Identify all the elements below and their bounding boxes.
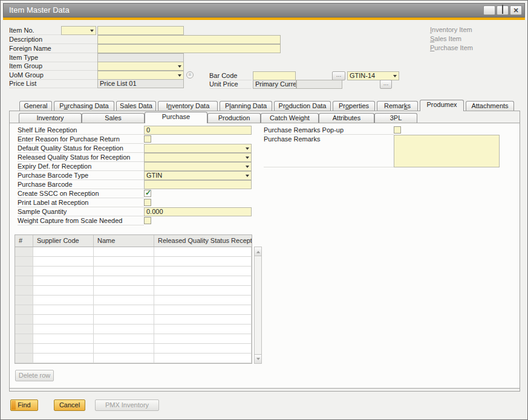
delete-row-button[interactable]: Delete row xyxy=(15,370,54,381)
name-cell[interactable] xyxy=(94,296,154,305)
quality-status-cell[interactable] xyxy=(154,325,252,334)
minimize-button[interactable] xyxy=(483,5,495,15)
enter-reason-checkbox[interactable] xyxy=(144,135,151,143)
subtab-inventory[interactable]: Inventory xyxy=(19,113,82,123)
foreign-name-input[interactable] xyxy=(97,44,281,53)
name-cell[interactable] xyxy=(94,325,154,334)
column-header-name[interactable]: Name xyxy=(94,235,154,247)
tab-attachments[interactable]: Attachments xyxy=(466,101,514,111)
description-input[interactable] xyxy=(97,35,281,44)
table-row[interactable] xyxy=(15,247,252,257)
maximize-button[interactable] xyxy=(497,5,509,15)
quality-status-cell[interactable] xyxy=(154,286,252,296)
subtab-attributes[interactable]: Attributes xyxy=(319,113,374,123)
weight-capture-checkbox[interactable] xyxy=(144,217,151,224)
name-cell[interactable] xyxy=(94,305,154,315)
remarks-popup-checkbox[interactable] xyxy=(394,126,401,134)
scroll-up-button[interactable] xyxy=(255,247,261,256)
supplier-code-cell[interactable] xyxy=(33,247,94,257)
table-row[interactable] xyxy=(15,325,252,334)
table-row[interactable] xyxy=(15,305,252,315)
cancel-button[interactable]: Cancel xyxy=(54,399,85,411)
name-cell[interactable] xyxy=(94,354,154,363)
tab-production-data[interactable]: Production Data xyxy=(274,101,331,111)
supplier-code-cell[interactable] xyxy=(33,315,94,325)
tab-general[interactable]: General xyxy=(19,101,52,111)
name-cell[interactable] xyxy=(94,267,154,276)
tab-planning-data[interactable]: Planning Data xyxy=(220,101,272,111)
supplier-code-cell[interactable] xyxy=(33,267,94,276)
item-group-combo[interactable] xyxy=(97,62,184,71)
tab-produmex[interactable]: Produmex xyxy=(420,100,464,111)
titlebar[interactable]: Item Master Data ✕ xyxy=(3,3,525,18)
quality-status-cell[interactable] xyxy=(154,354,252,363)
shelf-life-input[interactable]: 0 xyxy=(144,126,252,135)
supplier-code-cell[interactable] xyxy=(33,334,94,344)
name-cell[interactable] xyxy=(94,286,154,296)
table-scrollbar[interactable] xyxy=(254,247,262,364)
released-quality-combo[interactable] xyxy=(144,153,252,162)
table-row[interactable] xyxy=(15,354,252,363)
quality-status-cell[interactable] xyxy=(154,267,252,276)
table-row[interactable] xyxy=(15,296,252,305)
table-row[interactable] xyxy=(15,334,252,344)
close-button[interactable]: ✕ xyxy=(510,5,522,15)
scroll-down-button[interactable] xyxy=(255,354,261,363)
table-row[interactable] xyxy=(15,286,252,296)
supplier-code-cell[interactable] xyxy=(33,325,94,334)
supplier-code-cell[interactable] xyxy=(33,257,94,267)
print-label-checkbox[interactable] xyxy=(144,199,151,206)
supplier-code-cell[interactable] xyxy=(33,286,94,296)
quality-status-cell[interactable] xyxy=(154,296,252,305)
table-row[interactable] xyxy=(15,267,252,276)
table-row[interactable] xyxy=(15,257,252,267)
expiry-def-combo[interactable] xyxy=(144,162,252,171)
tab-purchasing-data[interactable]: Purchasing Data xyxy=(54,101,114,111)
subtab-3pl[interactable]: 3PL xyxy=(374,113,417,123)
quality-status-cell[interactable] xyxy=(154,334,252,344)
supplier-code-cell[interactable] xyxy=(33,305,94,315)
tab-properties[interactable]: Properties xyxy=(333,101,375,111)
purchase-barcode-input[interactable] xyxy=(144,180,252,189)
barcode-type-combo[interactable]: GTIN-14 xyxy=(347,71,399,80)
quality-status-cell[interactable] xyxy=(154,247,252,257)
sample-qty-input[interactable]: 0.000 xyxy=(144,207,252,216)
uom-group-combo[interactable] xyxy=(97,71,184,80)
supplier-code-cell[interactable] xyxy=(33,344,94,354)
tab-remarks[interactable]: Remarks xyxy=(377,101,418,111)
unit-price-browse-button[interactable]: ... xyxy=(380,80,392,89)
quality-status-cell[interactable] xyxy=(154,315,252,325)
supplier-code-cell[interactable] xyxy=(33,296,94,305)
bar-code-input[interactable] xyxy=(253,71,296,80)
subtab-purchase[interactable]: Purchase xyxy=(145,112,207,123)
quality-status-cell[interactable] xyxy=(154,276,252,286)
create-sscc-checkbox[interactable]: ✓ xyxy=(144,190,151,197)
subtab-sales[interactable]: Sales xyxy=(82,113,145,123)
column-header-quality-status[interactable]: Released Quality Status Reception xyxy=(154,235,252,247)
tab-inventory-data[interactable]: Inventory Data xyxy=(158,101,218,111)
quality-status-cell[interactable] xyxy=(154,305,252,315)
purchase-remarks-textarea[interactable] xyxy=(394,135,500,167)
quality-status-cell[interactable] xyxy=(154,257,252,267)
column-header-supplier-code[interactable]: Supplier Code xyxy=(33,235,94,247)
table-row[interactable] xyxy=(15,344,252,354)
supplier-code-cell[interactable] xyxy=(33,276,94,286)
name-cell[interactable] xyxy=(94,315,154,325)
uom-menu-icon[interactable]: ≡ xyxy=(186,71,194,79)
name-cell[interactable] xyxy=(94,334,154,344)
item-no-type-combo[interactable] xyxy=(61,26,96,35)
table-row[interactable] xyxy=(15,276,252,286)
subtab-catch-weight[interactable]: Catch Weight xyxy=(261,113,319,123)
subtab-production[interactable]: Production xyxy=(207,113,261,123)
name-cell[interactable] xyxy=(94,247,154,257)
table-row[interactable] xyxy=(15,315,252,325)
pmx-inventory-button[interactable]: PMX Inventory xyxy=(95,399,159,411)
name-cell[interactable] xyxy=(94,276,154,286)
item-no-input[interactable] xyxy=(97,26,184,35)
bar-code-browse-button[interactable]: ... xyxy=(332,71,345,80)
name-cell[interactable] xyxy=(94,257,154,267)
column-header-index[interactable]: # xyxy=(15,235,33,247)
find-button[interactable]: Find xyxy=(10,399,38,411)
quality-status-cell[interactable] xyxy=(154,344,252,354)
default-quality-combo[interactable] xyxy=(144,144,252,153)
